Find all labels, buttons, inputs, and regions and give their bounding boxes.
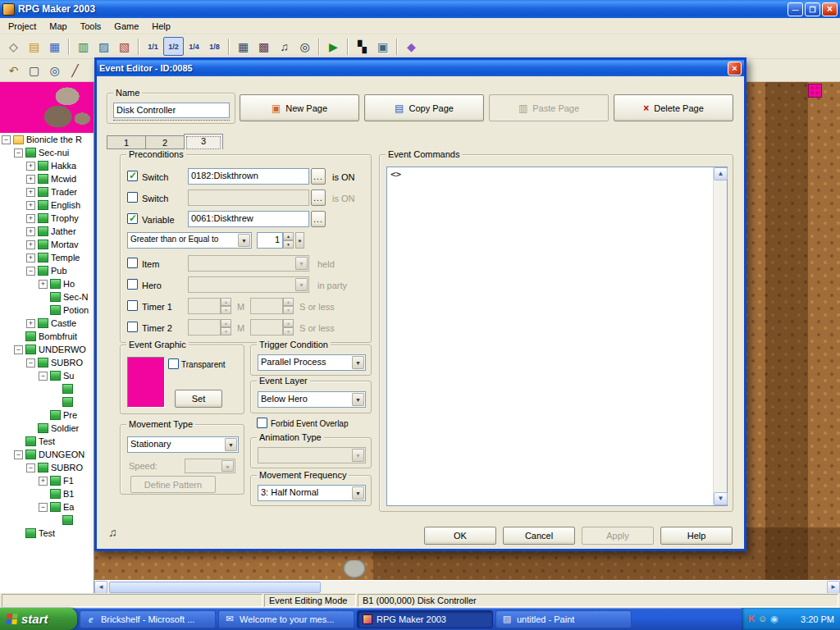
tree-item-underwo[interactable]: −UNDERWO	[0, 343, 94, 356]
music-icon[interactable]: ♫	[274, 37, 294, 56]
new-page-button[interactable]: ▣ New Page	[240, 94, 359, 121]
delete-page-button[interactable]: × Delete Page	[614, 94, 733, 121]
tree-item-hakka[interactable]: +Hakka	[0, 159, 94, 172]
tree-item-map-20[interactable]	[0, 395, 94, 409]
switch1-browse-button[interactable]: ...	[311, 168, 326, 185]
timer2-seconds-spinner[interactable]: ▲▼	[250, 319, 294, 336]
tree-item-ea[interactable]: −Ea	[0, 500, 94, 514]
tree-item-bombfruit[interactable]: Bombfruit	[0, 330, 94, 343]
menu-project[interactable]: Project	[2, 20, 43, 33]
tile-palette[interactable]	[0, 82, 94, 133]
chevron-down-icon[interactable]: ▼	[295, 278, 308, 291]
copy-page-button[interactable]: ▤ Copy Page	[364, 94, 484, 121]
spin-down-icon[interactable]: ▼	[221, 327, 231, 336]
playtest-icon[interactable]: ▶	[323, 37, 344, 56]
animation-type-select[interactable]: ▼	[258, 447, 366, 463]
item-checkbox[interactable]	[127, 258, 138, 268]
timer2-minutes-spinner[interactable]: ▲▼	[188, 319, 231, 336]
tree-item-trophy[interactable]: +Trophy	[0, 212, 94, 225]
set-graphic-button[interactable]: Set	[175, 390, 222, 408]
tree-item-temple[interactable]: +Temple	[0, 251, 94, 264]
switch2-checkbox[interactable]	[127, 192, 138, 203]
spin-up-icon[interactable]: ▲	[221, 319, 231, 327]
timer2-seconds[interactable]	[250, 319, 283, 336]
expand-icon[interactable]: +	[39, 477, 48, 486]
tab-page-3[interactable]: 3	[184, 134, 223, 149]
menu-game[interactable]: Game	[107, 20, 145, 33]
spin-down-icon[interactable]: ▼	[283, 306, 294, 314]
tree-item-test[interactable]: Test	[0, 527, 94, 540]
dialog-close-icon[interactable]: ×	[728, 62, 742, 75]
chevron-down-icon[interactable]: ▼	[352, 449, 364, 462]
hero-checkbox[interactable]	[127, 279, 138, 290]
trigger-condition-select[interactable]: Parallel Process ▼	[258, 354, 366, 371]
timer1-minutes-spinner[interactable]: ▲▼	[188, 298, 231, 314]
apply-button[interactable]: Apply	[582, 527, 654, 545]
database-icon[interactable]: ▦	[233, 37, 253, 56]
messenger-icon[interactable]: ☺	[758, 614, 767, 623]
expand-icon[interactable]: +	[26, 214, 35, 223]
chevron-down-icon[interactable]: ▼	[352, 356, 364, 369]
expand-icon[interactable]: +	[26, 319, 35, 328]
ok-button[interactable]: OK	[424, 527, 496, 545]
spin-up-icon[interactable]: ▲	[283, 298, 294, 306]
tree-item-pre[interactable]: Pre	[0, 409, 94, 422]
expand-icon[interactable]: +	[26, 175, 35, 184]
variable-browse-button[interactable]: ...	[311, 211, 326, 227]
scroll-up-icon[interactable]: ▲	[714, 167, 728, 180]
scrollbar-thumb[interactable]	[109, 582, 321, 593]
tree-item-f1[interactable]: +F1	[0, 474, 94, 487]
taskbar-task-mail[interactable]: ✉Welcome to your mes...	[218, 610, 354, 628]
event-graphic-preview[interactable]	[127, 357, 165, 408]
menu-map[interactable]: Map	[43, 20, 73, 33]
tree-item-pub[interactable]: −Pub	[0, 264, 94, 277]
cancel-button[interactable]: Cancel	[503, 527, 575, 545]
pen-icon[interactable]: ╱	[65, 61, 85, 80]
collapse-icon[interactable]: −	[14, 148, 23, 158]
comparison-value-spinner[interactable]: 1 ▲▼	[257, 232, 294, 249]
spin-down-icon[interactable]: ▼	[283, 327, 294, 336]
chevron-down-icon[interactable]: ▼	[295, 257, 308, 270]
tree-item-potion[interactable]: Potion	[0, 304, 94, 317]
tab-page-2[interactable]: 2	[145, 135, 185, 149]
switch1-checkbox[interactable]	[127, 171, 138, 181]
chevron-down-icon[interactable]: ▼	[225, 438, 237, 451]
fullscreen-icon[interactable]: ▣	[372, 37, 393, 56]
event-commands-list[interactable]: <> ▲ ▼	[386, 167, 728, 506]
comparison-operator-select[interactable]: Greater than or Equal to ▼	[127, 232, 252, 249]
tree-item-sec-n[interactable]: Sec-N	[0, 290, 94, 304]
event-layer-icon[interactable]: ▧	[114, 37, 135, 56]
chevron-down-icon[interactable]: ▼	[221, 460, 234, 472]
find-icon[interactable]: ◎	[294, 37, 315, 56]
hero-select[interactable]: ▼	[188, 276, 309, 293]
zoom-tool-icon[interactable]: ◎	[44, 61, 65, 80]
item-select[interactable]: ▼	[188, 255, 309, 272]
spin-up-icon[interactable]: ▲	[283, 232, 294, 240]
zoom-1-8-button[interactable]: 1/8	[204, 37, 225, 56]
collapse-icon[interactable]: −	[2, 135, 11, 144]
variable-checkbox[interactable]	[127, 213, 138, 224]
expand-icon[interactable]: +	[26, 201, 35, 210]
value-spinner-extra[interactable]: ◆	[295, 232, 304, 249]
timer1-seconds[interactable]	[250, 298, 283, 314]
expand-icon[interactable]: +	[26, 253, 35, 262]
undo-icon[interactable]: ↶	[3, 61, 24, 80]
tree-item-su[interactable]: −Su	[0, 369, 94, 382]
tree-item-subro[interactable]: −SUBRO	[0, 356, 94, 369]
tree-item-map-19[interactable]	[0, 382, 94, 395]
antivirus-icon[interactable]: K	[748, 614, 755, 623]
command-line[interactable]: <>	[390, 169, 401, 180]
tree-item-jather[interactable]: +Jather	[0, 225, 94, 238]
collapse-icon[interactable]: −	[39, 503, 48, 512]
lower-layer-icon[interactable]: ▥	[73, 37, 94, 56]
expand-icon[interactable]: +	[39, 280, 48, 289]
collapse-icon[interactable]: −	[14, 345, 23, 354]
comparison-value[interactable]: 1	[257, 232, 283, 249]
variable-field[interactable]: 0061:Diskthrew	[188, 211, 309, 227]
event-name-input[interactable]: Disk Controller	[113, 103, 230, 118]
upper-layer-icon[interactable]: ▨	[94, 37, 114, 56]
tree-item-ho[interactable]: +Ho	[0, 277, 94, 290]
timer2-checkbox[interactable]	[127, 322, 138, 332]
new-project-icon[interactable]: ◇	[3, 37, 24, 56]
spin-up-icon[interactable]: ▲	[283, 319, 294, 327]
